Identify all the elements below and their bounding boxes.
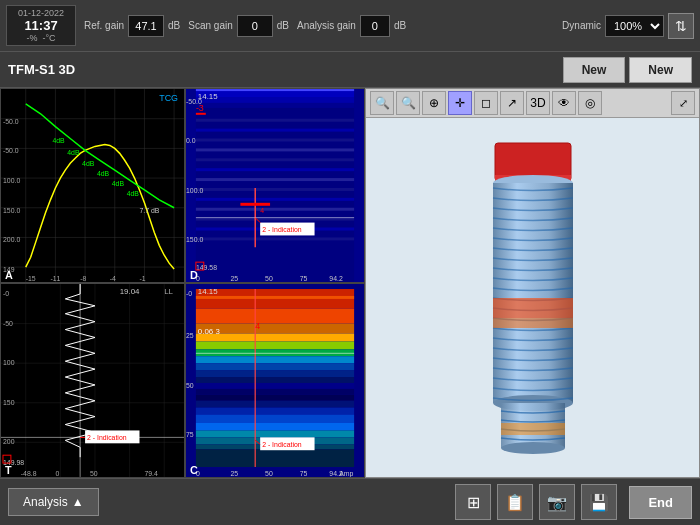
top-bar: 01-12-2022 11:37 -% -°C Ref. gain dB Sca… bbox=[0, 0, 700, 52]
panel-a: TCG 4dB 4dB 4dB 4dB 4dB 4dB 7.7 dB -50.0… bbox=[0, 88, 185, 283]
svg-rect-112 bbox=[196, 363, 354, 370]
svg-text:150: 150 bbox=[3, 399, 15, 406]
scan-gain-unit: dB bbox=[277, 20, 289, 31]
svg-text:2 - Indication: 2 - Indication bbox=[262, 226, 302, 233]
zoom-in-button[interactable]: 🔍 bbox=[370, 91, 394, 115]
svg-text:4dB: 4dB bbox=[127, 190, 140, 197]
eye-button[interactable]: 👁 bbox=[552, 91, 576, 115]
analysis-button[interactable]: Analysis ▲ bbox=[8, 488, 99, 516]
svg-rect-50 bbox=[196, 198, 354, 201]
dynamic-label: Dynamic bbox=[562, 20, 601, 31]
scan-gain-input[interactable] bbox=[237, 15, 273, 37]
svg-text:25: 25 bbox=[186, 332, 194, 339]
panels-grid: TCG 4dB 4dB 4dB 4dB 4dB 4dB 7.7 dB -50.0… bbox=[0, 88, 365, 478]
target-button[interactable]: ◎ bbox=[578, 91, 602, 115]
bottom-bar: Analysis ▲ ⊞ 📋 📷 💾 End bbox=[0, 478, 700, 525]
svg-text:-0: -0 bbox=[3, 290, 9, 297]
bottom-icons: ⊞ 📋 📷 💾 End bbox=[455, 484, 692, 520]
svg-text:Amp: Amp bbox=[339, 470, 353, 477]
svg-rect-37 bbox=[196, 103, 354, 108]
svg-text:100.0: 100.0 bbox=[3, 177, 20, 184]
svg-text:0.0: 0.0 bbox=[186, 137, 196, 144]
svg-text:150.0: 150.0 bbox=[186, 236, 203, 243]
svg-rect-126 bbox=[196, 296, 354, 299]
svg-text:79.4: 79.4 bbox=[144, 470, 158, 477]
svg-text:-8: -8 bbox=[80, 275, 86, 282]
clipboard-button[interactable]: 📋 bbox=[497, 484, 533, 520]
dynamic-select[interactable]: 100% bbox=[605, 15, 664, 37]
3d-view-content bbox=[366, 118, 699, 477]
svg-rect-113 bbox=[196, 370, 354, 377]
svg-rect-125 bbox=[196, 449, 354, 467]
svg-text:LL: LL bbox=[164, 287, 173, 296]
svg-text:75: 75 bbox=[300, 275, 308, 282]
svg-rect-54 bbox=[196, 237, 354, 240]
datetime-block: 01-12-2022 11:37 -% -°C bbox=[6, 5, 76, 46]
svg-rect-153 bbox=[493, 318, 573, 328]
panel-c: 14.15 0.06 3 4 2 - Indication -0 25 50 7… bbox=[185, 283, 365, 478]
zoom-out-button[interactable]: 🔍 bbox=[396, 91, 420, 115]
svg-rect-48 bbox=[196, 178, 354, 181]
svg-rect-51 bbox=[196, 208, 354, 211]
svg-rect-45 bbox=[196, 148, 354, 151]
svg-rect-74 bbox=[1, 284, 184, 477]
tab1-button[interactable]: New bbox=[563, 57, 626, 83]
fit-button[interactable]: ⊕ bbox=[422, 91, 446, 115]
time-display: 11:37 bbox=[24, 18, 57, 33]
save-button[interactable]: 💾 bbox=[581, 484, 617, 520]
svg-text:4dB: 4dB bbox=[52, 137, 65, 144]
scan-gain-group: Scan gain dB bbox=[188, 15, 289, 37]
svg-text:25: 25 bbox=[231, 470, 239, 477]
svg-text:TCG: TCG bbox=[159, 93, 178, 103]
dynamic-group: Dynamic 100% ⇅ bbox=[562, 13, 694, 39]
svg-rect-121 bbox=[196, 423, 354, 431]
svg-text:50: 50 bbox=[265, 470, 273, 477]
svg-rect-44 bbox=[196, 139, 354, 142]
svg-rect-36 bbox=[196, 97, 354, 103]
svg-rect-156 bbox=[501, 423, 565, 435]
ref-gain-unit: dB bbox=[168, 20, 180, 31]
ref-gain-input[interactable] bbox=[128, 15, 164, 37]
svg-rect-118 bbox=[196, 401, 354, 408]
svg-text:-50.0: -50.0 bbox=[3, 147, 19, 154]
svg-text:2 - Indication: 2 - Indication bbox=[87, 434, 127, 441]
svg-text:7.7 dB: 7.7 dB bbox=[139, 207, 159, 214]
svg-rect-109 bbox=[196, 341, 354, 349]
svg-text:-50: -50 bbox=[3, 320, 13, 327]
analysis-gain-input[interactable] bbox=[360, 15, 390, 37]
screen-layout-button[interactable]: ⊞ bbox=[455, 484, 491, 520]
svg-text:-15: -15 bbox=[26, 275, 36, 282]
svg-text:100: 100 bbox=[3, 359, 15, 366]
svg-text:50: 50 bbox=[265, 275, 273, 282]
date-display: 01-12-2022 bbox=[18, 8, 64, 18]
svg-text:75: 75 bbox=[300, 470, 308, 477]
svg-rect-116 bbox=[196, 389, 354, 395]
expand-button[interactable]: ⤢ bbox=[671, 91, 695, 115]
svg-point-155 bbox=[501, 442, 565, 454]
svg-text:-48.8: -48.8 bbox=[21, 470, 37, 477]
svg-text:0: 0 bbox=[55, 470, 59, 477]
svg-rect-114 bbox=[196, 377, 354, 383]
svg-text:D: D bbox=[190, 269, 198, 281]
pan-button[interactable]: ✛ bbox=[448, 91, 472, 115]
ref-gain-group: Ref. gain dB bbox=[84, 15, 180, 37]
camera-button[interactable]: 📷 bbox=[539, 484, 575, 520]
svg-text:4dB: 4dB bbox=[112, 180, 125, 187]
svg-rect-0 bbox=[1, 89, 184, 282]
select-button[interactable]: ◻ bbox=[474, 91, 498, 115]
svg-text:2 - Indication: 2 - Indication bbox=[262, 441, 302, 448]
svg-rect-47 bbox=[196, 168, 354, 171]
svg-text:4: 4 bbox=[260, 207, 264, 214]
svg-text:100.0: 100.0 bbox=[186, 187, 203, 194]
end-button[interactable]: End bbox=[629, 486, 692, 519]
svg-text:150.0: 150.0 bbox=[3, 207, 20, 214]
arrow-button[interactable]: ↗ bbox=[500, 91, 524, 115]
svg-rect-38 bbox=[196, 89, 354, 91]
analysis-label: Analysis bbox=[23, 495, 68, 509]
svg-text:50: 50 bbox=[90, 470, 98, 477]
tab2-button[interactable]: New bbox=[629, 57, 692, 83]
svg-rect-110 bbox=[196, 349, 354, 356]
3d-view-button[interactable]: 3D bbox=[526, 91, 550, 115]
units-display: -% -°C bbox=[26, 33, 55, 43]
dynamic-arrow-button[interactable]: ⇅ bbox=[668, 13, 694, 39]
